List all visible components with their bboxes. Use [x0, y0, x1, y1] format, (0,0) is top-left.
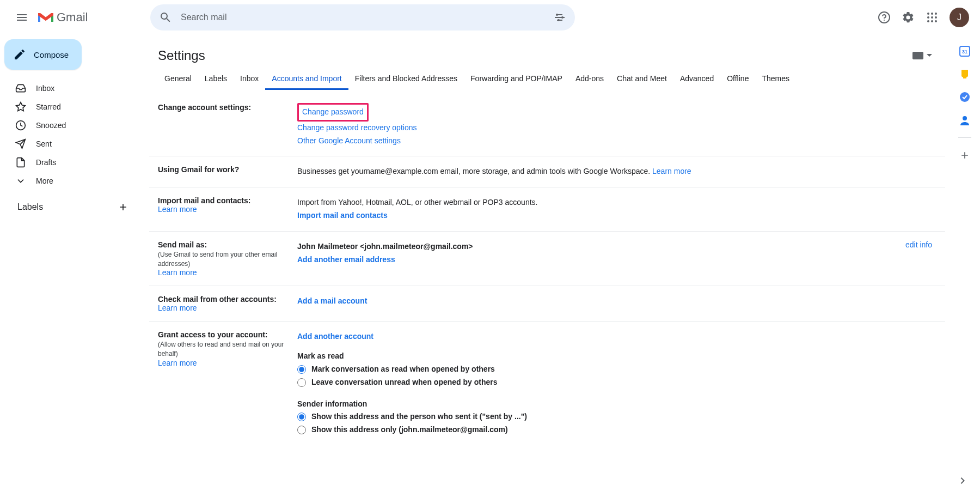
apps-grid-icon[interactable]	[921, 7, 943, 28]
show-address-and-sender-option[interactable]: Show this address and the person who sen…	[297, 410, 932, 423]
calendar-icon[interactable]: 31	[959, 46, 970, 57]
tab-general[interactable]: General	[158, 69, 198, 90]
tab-chat-meet[interactable]: Chat and Meet	[610, 69, 673, 90]
show-address-only-option[interactable]: Show this address only (john.mailmeteor@…	[297, 423, 932, 437]
radio-label: Show this address and the person who sen…	[311, 410, 527, 423]
section-using-for-work: Using Gmail for work? Businesses get you…	[149, 156, 945, 187]
svg-point-13	[935, 20, 937, 22]
show-side-panel-button[interactable]	[954, 472, 971, 489]
svg-point-21	[960, 92, 970, 102]
sidebar-item-snoozed[interactable]: Snoozed	[4, 117, 136, 134]
compose-button[interactable]: Compose	[4, 39, 82, 70]
side-panel: 31	[950, 35, 980, 497]
sidebar-item-drafts[interactable]: Drafts	[4, 154, 136, 171]
learn-more-link[interactable]: Learn more	[158, 205, 197, 214]
star-icon	[15, 101, 26, 112]
import-text: Import from Yahoo!, Hotmail, AOL, or oth…	[297, 196, 932, 209]
radio-label: Show this address only (john.mailmeteor@…	[311, 423, 508, 437]
add-label-button[interactable]	[115, 199, 131, 215]
section-change-account: Change account settings: Change password…	[149, 94, 945, 156]
search-options-icon[interactable]	[549, 7, 571, 28]
section-subtitle: (Allow others to read and send mail on y…	[158, 340, 291, 359]
tab-accounts-import[interactable]: Accounts and Import	[265, 69, 348, 90]
sidebar-item-label: Starred	[36, 102, 61, 111]
svg-rect-20	[963, 77, 966, 78]
header: Gmail J	[0, 0, 980, 35]
radio-show-both[interactable]	[297, 413, 306, 421]
tab-forwarding[interactable]: Forwarding and POP/IMAP	[464, 69, 569, 90]
leave-unread-option[interactable]: Leave conversation unread when opened by…	[297, 376, 932, 389]
support-icon[interactable]	[873, 7, 895, 28]
file-icon	[15, 157, 26, 168]
compose-label: Compose	[34, 50, 69, 59]
learn-more-link[interactable]: Learn more	[158, 268, 197, 277]
sidebar-item-more[interactable]: More	[4, 172, 136, 190]
tab-themes[interactable]: Themes	[755, 69, 796, 90]
chevron-down-icon	[15, 175, 26, 186]
radio-show-address-only[interactable]	[297, 426, 306, 434]
svg-point-10	[935, 16, 937, 19]
pencil-icon	[13, 48, 26, 61]
add-another-account-link[interactable]: Add another account	[297, 332, 373, 341]
mark-as-read-heading: Mark as read	[297, 350, 932, 363]
tab-labels[interactable]: Labels	[198, 69, 234, 90]
input-tools-select[interactable]	[912, 52, 932, 59]
section-import-mail: Import mail and contacts: Learn more Imp…	[149, 187, 945, 232]
sidebar-item-label: Drafts	[36, 158, 56, 167]
change-password-link[interactable]: Change password	[302, 107, 364, 116]
sidebar-item-starred[interactable]: Starred	[4, 98, 136, 116]
sidebar-item-label: More	[36, 177, 53, 185]
settings-tabs: General Labels Inbox Accounts and Import…	[149, 69, 945, 90]
sidebar-item-label: Snoozed	[36, 121, 66, 130]
add-email-address-link[interactable]: Add another email address	[297, 255, 395, 264]
svg-point-5	[927, 13, 929, 15]
radio-mark-read[interactable]	[297, 365, 306, 374]
tab-addons[interactable]: Add-ons	[569, 69, 610, 90]
recovery-options-link[interactable]: Change password recovery options	[297, 123, 416, 132]
mark-read-option[interactable]: Mark conversation as read when opened by…	[297, 363, 932, 376]
account-avatar[interactable]: J	[950, 8, 969, 27]
settings-panel: Settings General Labels Inbox Accounts a…	[149, 35, 945, 497]
section-send-mail-as: Send mail as: (Use Gmail to send from yo…	[149, 232, 945, 287]
svg-point-6	[931, 13, 933, 15]
search-bar	[150, 4, 575, 31]
contacts-icon[interactable]	[959, 114, 970, 125]
tasks-icon[interactable]	[959, 92, 970, 102]
svg-point-11	[927, 20, 929, 22]
learn-more-link[interactable]: Learn more	[652, 167, 691, 175]
add-mail-account-link[interactable]: Add a mail account	[297, 296, 367, 305]
learn-more-link[interactable]: Learn more	[158, 359, 197, 367]
main-menu-button[interactable]	[9, 4, 35, 31]
tab-inbox[interactable]: Inbox	[234, 69, 265, 90]
svg-text:31: 31	[962, 49, 967, 54]
other-account-settings-link[interactable]: Other Google Account settings	[297, 136, 401, 145]
search-input[interactable]	[176, 13, 549, 22]
keep-icon[interactable]	[959, 69, 970, 80]
tab-advanced[interactable]: Advanced	[673, 69, 720, 90]
edit-info-link[interactable]: edit info	[905, 240, 932, 249]
svg-point-12	[931, 20, 933, 22]
sidebar-item-label: Sent	[36, 140, 52, 148]
import-mail-contacts-link[interactable]: Import mail and contacts	[297, 211, 388, 220]
svg-point-22	[963, 116, 967, 120]
sidebar-item-sent[interactable]: Sent	[4, 135, 136, 153]
settings-gear-icon[interactable]	[897, 7, 919, 28]
gmail-logo[interactable]: Gmail	[37, 10, 88, 25]
svg-point-1	[561, 16, 564, 19]
search-icon[interactable]	[155, 7, 176, 28]
plus-icon	[118, 202, 128, 213]
section-title: Import mail and contacts:	[158, 196, 291, 205]
radio-leave-unread[interactable]	[297, 378, 306, 387]
learn-more-link[interactable]: Learn more	[158, 304, 197, 312]
tab-offline[interactable]: Offline	[720, 69, 755, 90]
svg-point-0	[556, 14, 558, 16]
get-addons-icon[interactable]	[959, 150, 970, 161]
clock-icon	[15, 120, 26, 131]
caret-down-icon	[927, 53, 932, 58]
section-title: Using Gmail for work?	[158, 165, 291, 174]
tab-filters[interactable]: Filters and Blocked Addresses	[348, 69, 464, 90]
product-name: Gmail	[57, 10, 88, 25]
send-icon	[15, 138, 26, 149]
sidebar-item-inbox[interactable]: Inbox	[4, 80, 136, 97]
send-as-identity: John Mailmeteor <john.mailmeteor@gmail.c…	[297, 240, 856, 253]
